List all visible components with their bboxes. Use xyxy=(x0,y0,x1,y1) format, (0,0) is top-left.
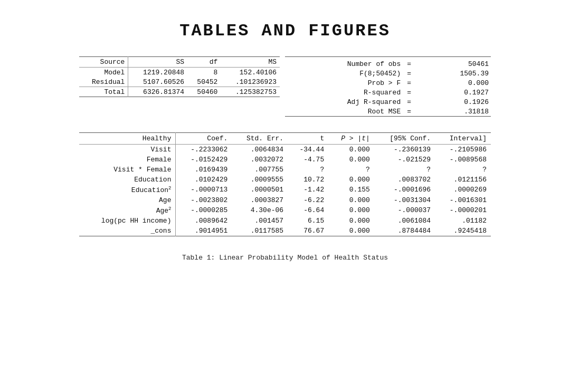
stat-eq-5: = xyxy=(403,107,415,117)
table-row: Female-.0152429.0032072-4.750.000-.02152… xyxy=(79,155,491,165)
table-row: _cons.9014951.011758576.670.000.8784484.… xyxy=(79,226,491,236)
stat-eq-2: = xyxy=(403,78,415,88)
reg-ci-high-6: -.0000201 xyxy=(435,205,491,216)
reg-se-6: 4.30e-06 xyxy=(232,205,288,216)
reg-coef-2: .0169439 xyxy=(176,165,232,175)
df-model: 8 xyxy=(187,68,221,78)
stat-val-4: 0.1926 xyxy=(415,97,491,107)
reg-var-6: Age2 xyxy=(79,205,176,216)
page-title: TABLES AND FIGURES xyxy=(179,21,391,41)
stat-row: F(8;50452) = 1505.39 xyxy=(285,69,491,78)
table-caption: Table 1: Linear Probability Model of Hea… xyxy=(182,254,388,262)
reg-header-se: Std. Err. xyxy=(232,132,288,144)
reg-t-2: ? xyxy=(288,165,328,175)
ms-model: 152.40106 xyxy=(221,68,280,78)
source-total: Total xyxy=(79,87,128,97)
reg-t-4: -1.42 xyxy=(288,185,328,195)
reg-se-2: .007755 xyxy=(232,165,288,175)
reg-t-0: -34.44 xyxy=(288,144,328,155)
table-row: Total 6326.81374 50460 .125382753 xyxy=(79,87,280,97)
table-row: Visit * Female.0169439.007755???? xyxy=(79,165,491,175)
stat-eq-4: = xyxy=(403,97,415,107)
reg-se-5: .0003827 xyxy=(232,195,288,205)
reg-ci-high-0: -.2105986 xyxy=(435,144,491,155)
reg-ci-high-3: .0121156 xyxy=(435,175,491,185)
reg-t-5: -6.22 xyxy=(288,195,328,205)
reg-ci-low-6: -.000037 xyxy=(374,205,435,216)
stat-val-1: 1505.39 xyxy=(415,69,491,78)
stat-label-0: Number of obs xyxy=(285,59,403,69)
reg-p-0: 0.000 xyxy=(328,144,374,155)
reg-p-2: ? xyxy=(328,165,374,175)
reg-ci-low-5: -.0031304 xyxy=(374,195,435,205)
reg-p-4: 0.155 xyxy=(328,185,374,195)
stat-row: Adj R-squared = 0.1926 xyxy=(285,97,491,107)
stat-val-3: 0.1927 xyxy=(415,88,491,97)
reg-ci-low-4: -.0001696 xyxy=(374,185,435,195)
reg-se-8: .0117585 xyxy=(232,226,288,236)
anova-section: Source SS df MS Model 1219.20848 8 152.4… xyxy=(79,56,491,118)
reg-ci-high-1: -.0089568 xyxy=(435,155,491,165)
reg-p-8: 0.000 xyxy=(328,226,374,236)
reg-p-6: 0.000 xyxy=(328,205,374,216)
anova-left: Source SS df MS Model 1219.20848 8 152.4… xyxy=(79,56,280,118)
anova-header-df: df xyxy=(187,57,221,68)
stat-row: Prob > F = 0.000 xyxy=(285,78,491,88)
reg-var-7: log(pc HH income) xyxy=(79,216,176,226)
reg-se-7: .001457 xyxy=(232,216,288,226)
table-row: Model 1219.20848 8 152.40106 xyxy=(79,68,280,78)
stat-val-5: .31818 xyxy=(415,107,491,117)
anova-stats: Number of obs = 50461 F(8;50452) = 1505.… xyxy=(280,56,491,118)
reg-t-7: 6.15 xyxy=(288,216,328,226)
ms-total: .125382753 xyxy=(221,87,280,97)
table-row: log(pc HH income).0089642.0014576.150.00… xyxy=(79,216,491,226)
reg-var-5: Age xyxy=(79,195,176,205)
stat-row: R-squared = 0.1927 xyxy=(285,88,491,97)
reg-coef-7: .0089642 xyxy=(176,216,232,226)
df-residual: 50452 xyxy=(187,77,221,87)
reg-t-3: 10.72 xyxy=(288,175,328,185)
stat-label-2: Prob > F xyxy=(285,78,403,88)
reg-se-1: .0032072 xyxy=(232,155,288,165)
stat-eq-0: = xyxy=(403,59,415,69)
stat-eq-1: = xyxy=(403,69,415,78)
source-residual: Residual xyxy=(79,77,128,87)
reg-header-ci-high: Interval] xyxy=(435,132,491,144)
reg-coef-4: -.0000713 xyxy=(176,185,232,195)
reg-se-3: .0009555 xyxy=(232,175,288,185)
reg-var-3: Education xyxy=(79,175,176,185)
reg-coef-8: .9014951 xyxy=(176,226,232,236)
reg-ci-low-2: ? xyxy=(374,165,435,175)
stat-row: Number of obs = 50461 xyxy=(285,59,491,69)
reg-ci-low-3: .0083702 xyxy=(374,175,435,185)
reg-p-3: 0.000 xyxy=(328,175,374,185)
table-row: Visit-.2233062.0064834-34.440.000-.23601… xyxy=(79,144,491,155)
reg-ci-low-7: .0061084 xyxy=(374,216,435,226)
regression-table: Healthy Coef. Std. Err. t P > |t| [95% C… xyxy=(79,132,491,238)
reg-var-2: Visit * Female xyxy=(79,165,176,175)
reg-coef-0: -.2233062 xyxy=(176,144,232,155)
reg-p-7: 0.000 xyxy=(328,216,374,226)
reg-header-p: P > |t| xyxy=(328,132,374,144)
reg-header-t: t xyxy=(288,132,328,144)
ms-residual: .101236923 xyxy=(221,77,280,87)
reg-t-1: -4.75 xyxy=(288,155,328,165)
reg-se-4: .0000501 xyxy=(232,185,288,195)
reg-var-0: Visit xyxy=(79,144,176,155)
reg-ci-high-7: .01182 xyxy=(435,216,491,226)
reg-coef-6: -.0000285 xyxy=(176,205,232,216)
stat-val-0: 50461 xyxy=(415,59,491,69)
anova-table: Source SS df MS Model 1219.20848 8 152.4… xyxy=(79,56,280,98)
ss-model: 1219.20848 xyxy=(128,68,187,78)
reg-p-1: 0.000 xyxy=(328,155,374,165)
anova-header-ms: MS xyxy=(221,57,280,68)
reg-var-1: Female xyxy=(79,155,176,165)
reg-ci-high-4: .0000269 xyxy=(435,185,491,195)
table-row: Residual 5107.60526 50452 .101236923 xyxy=(79,77,280,87)
reg-coef-3: .0102429 xyxy=(176,175,232,185)
df-total: 50460 xyxy=(187,87,221,97)
table-row: Age2-.00002854.30e-06-6.640.000-.000037-… xyxy=(79,205,491,216)
anova-header-source: Source xyxy=(79,57,128,68)
table-row: Age-.0023802.0003827-6.220.000-.0031304-… xyxy=(79,195,491,205)
reg-var-4: Education2 xyxy=(79,185,176,195)
